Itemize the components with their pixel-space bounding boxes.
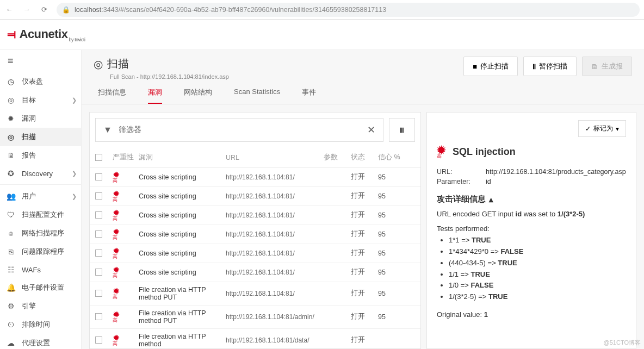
sidebar-item[interactable]: ✪Discovery❯ <box>0 165 81 182</box>
tab[interactable]: 漏洞 <box>148 88 162 104</box>
bug-icon: ✹高 <box>437 146 446 158</box>
row-checkbox[interactable] <box>95 250 102 257</box>
generate-report-button[interactable]: 🗎生成报 <box>582 57 632 76</box>
sidebar-item[interactable]: ✹漏洞 <box>0 109 81 128</box>
sidebar-item[interactable]: ◎扫描 <box>0 128 81 146</box>
sidebar-item[interactable]: ⏲排除时间 <box>0 315 81 334</box>
tab[interactable]: 扫描信息 <box>98 88 126 104</box>
table-row[interactable]: ✹高Cross site scriptinghttp://192.168.1.1… <box>90 244 420 263</box>
vuln-status: 打开 <box>351 210 378 220</box>
logo[interactable]: ⫤ Acunetix by Invicti <box>5 27 85 42</box>
table-row[interactable]: ✹高File creation via HTTP method PUThttp:… <box>90 282 420 306</box>
forward-icon[interactable]: → <box>22 5 32 14</box>
mark-as-button[interactable]: ✓标记为 ▾ <box>578 120 626 137</box>
back-icon[interactable]: ← <box>4 5 14 14</box>
check-icon: ✓ <box>585 125 591 133</box>
watermark: @51CTO博客 <box>604 339 641 347</box>
row-checkbox[interactable] <box>95 290 102 297</box>
column-toggle-button[interactable]: Ⅲ <box>389 118 415 142</box>
tests-list: 1*1 => TRUE1*434*429*0 => FALSE(440-434-… <box>437 235 626 303</box>
page-subtitle: Full Scan - http://192.168.1.104:81/inde… <box>110 73 229 80</box>
vuln-name: Cross site scripting <box>139 192 226 200</box>
sidebar-label: 漏洞 <box>22 114 36 123</box>
table-row[interactable]: ✹高Cross site scriptinghttp://192.168.1.1… <box>90 263 420 282</box>
sidebar-item[interactable]: 👥用户❯ <box>0 187 81 205</box>
tab[interactable]: 网站结构 <box>184 88 212 104</box>
col-severity[interactable]: 严重性 <box>113 153 139 162</box>
sidebar-label: 网络扫描程序 <box>22 228 64 238</box>
sidebar-item[interactable]: ◷仪表盘 <box>0 72 81 91</box>
stop-scan-button[interactable]: ■停止扫描 <box>463 57 518 76</box>
row-checkbox[interactable] <box>95 336 102 344</box>
vuln-name: File creation via HTTP method PUT <box>139 286 226 301</box>
lock-icon: 🔒 <box>62 6 70 14</box>
tab[interactable]: 事件 <box>302 88 316 104</box>
table-row[interactable]: ✹高Cross site scriptinghttp://192.168.1.1… <box>90 187 420 206</box>
sidebar-label: 代理设置 <box>22 338 50 348</box>
test-item: 1/(3*2-5) => TRUE <box>449 291 626 303</box>
sidebar-item[interactable]: 🗎报告 <box>0 146 81 165</box>
filter-input[interactable]: ▼ 筛选器 ✕ <box>95 118 383 142</box>
col-vuln[interactable]: 漏洞 <box>139 153 226 162</box>
tab[interactable]: Scan Statistics <box>234 88 280 104</box>
reload-icon[interactable]: ⟳ <box>39 5 49 14</box>
row-checkbox[interactable] <box>95 173 102 180</box>
vuln-status: 打开 <box>351 191 378 201</box>
col-url[interactable]: URL <box>226 154 324 161</box>
pause-scan-button[interactable]: Ⅱ暂停扫描 <box>523 57 577 76</box>
attack-details-section[interactable]: 攻击详细信息▴ <box>437 194 626 204</box>
table-header: 严重性 漏洞 URL 参数 状态 信心 % <box>90 147 420 168</box>
vuln-url: http://192.168.1.104:81/ <box>226 230 324 238</box>
sidebar-item[interactable]: ☷WAFs <box>0 261 81 278</box>
table-row[interactable]: ✹高Cross site scriptinghttp://192.168.1.1… <box>90 225 420 244</box>
severity-icon: ✹高 <box>113 172 139 183</box>
address-bar[interactable]: 🔒 localhost:3443/#/scans/e04f6420-690a-4… <box>57 3 640 17</box>
sidebar-icon: ☷ <box>7 265 15 274</box>
vuln-status: 打开 <box>351 248 378 258</box>
row-checkbox[interactable] <box>95 211 102 219</box>
test-item: 1*1 => TRUE <box>449 235 626 246</box>
filter-icon: ▼ <box>103 125 112 135</box>
col-param[interactable]: 参数 <box>324 153 351 162</box>
vuln-status: 打开 <box>351 229 378 239</box>
col-confidence[interactable]: 信心 % <box>378 153 405 162</box>
url-label: URL: <box>437 168 486 176</box>
severity-icon: ✹高 <box>113 191 139 202</box>
row-checkbox[interactable] <box>95 230 102 238</box>
row-checkbox[interactable] <box>95 192 102 200</box>
sidebar-icon: ☁ <box>7 339 15 347</box>
sidebar-icon: ⏲ <box>7 320 15 329</box>
select-all-checkbox[interactable] <box>95 154 102 161</box>
sidebar-item[interactable]: 🛡扫描配置文件 <box>0 205 81 224</box>
tabs: 扫描信息漏洞网站结构Scan Statistics事件 <box>82 80 644 104</box>
table-row[interactable]: ✹高File creation via HTTP method PUThttp:… <box>90 306 420 329</box>
chevron-right-icon: ❯ <box>72 170 77 177</box>
sidebar-item[interactable]: ⚙引擎 <box>0 297 81 315</box>
sidebar-item[interactable]: ☁代理设置 <box>0 334 81 349</box>
close-icon[interactable]: ✕ <box>367 124 375 136</box>
sidebar-label: 引擎 <box>22 301 36 311</box>
vuln-url: http://192.168.1.104:81/ <box>226 290 324 297</box>
sidebar-label: Discovery <box>22 170 53 178</box>
sidebar-item[interactable]: ⎘问题跟踪程序 <box>0 242 81 261</box>
sidebar-item[interactable]: ◎目标❯ <box>0 91 81 109</box>
sidebar-item[interactable]: 🔔电子邮件设置 <box>0 278 81 297</box>
table-row[interactable]: ✹高Cross site scriptinghttp://192.168.1.1… <box>90 206 420 225</box>
col-status[interactable]: 状态 <box>351 153 378 162</box>
severity-icon: ✹高 <box>113 248 139 259</box>
table-row[interactable]: ✹高Cross site scriptinghttp://192.168.1.1… <box>90 168 420 187</box>
url-path: /#/scans/e04f6420-690a-4b52-ab79-bff487c… <box>119 6 387 14</box>
row-checkbox[interactable] <box>95 313 102 320</box>
row-checkbox[interactable] <box>95 269 102 276</box>
table-row[interactable]: ✹高File creation via HTTP methodhttp://19… <box>90 329 420 348</box>
vuln-status: 打开 <box>351 289 378 298</box>
chevron-up-icon: ▴ <box>489 195 493 204</box>
sidebar-label: WAFs <box>22 266 41 274</box>
severity-icon: ✹高 <box>113 229 139 240</box>
menu-toggle-icon[interactable]: ≡ <box>0 50 81 72</box>
sidebar-item[interactable]: ⌾网络扫描程序 <box>0 224 81 242</box>
chevron-right-icon: ❯ <box>72 193 77 200</box>
url-host: localhost <box>75 6 101 14</box>
detail-param: id <box>486 178 626 185</box>
sidebar-icon: ⌾ <box>7 229 15 238</box>
